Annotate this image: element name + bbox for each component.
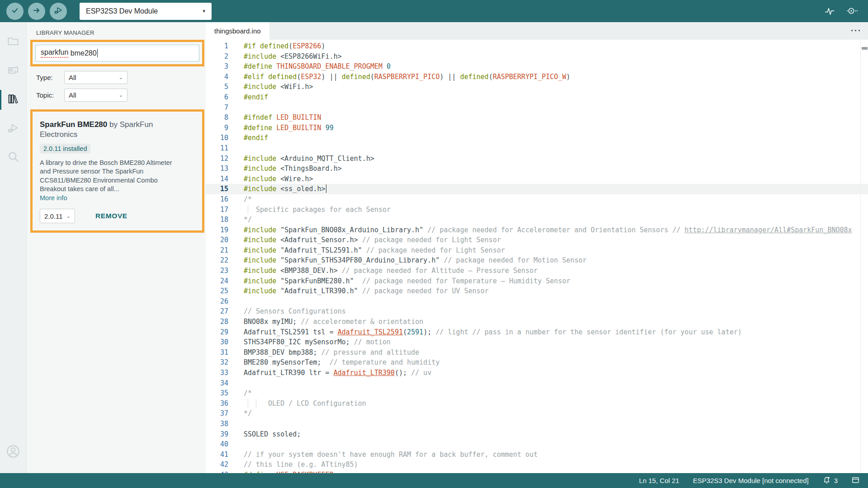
code-line[interactable]: 35/*: [206, 388, 868, 399]
code-line[interactable]: 5#include <WiFi.h>: [206, 82, 868, 92]
upload-button[interactable]: [28, 3, 45, 20]
topic-filter-select[interactable]: All ⌄: [64, 89, 127, 102]
line-number[interactable]: 20: [206, 235, 228, 245]
line-number[interactable]: 32: [206, 357, 228, 368]
line-number[interactable]: 22: [206, 255, 228, 266]
code-line[interactable]: 27// Sensors Configurations: [206, 306, 868, 317]
code-line[interactable]: 13#include <ThingsBoard.h>: [206, 164, 868, 174]
line-number[interactable]: 38: [206, 419, 228, 429]
line-number[interactable]: 26: [206, 296, 228, 307]
code-line[interactable]: 25#include "Adafruit_LTR390.h" // packag…: [206, 286, 868, 296]
line-number[interactable]: 6: [206, 92, 228, 103]
editor-scrollbar[interactable]: [860, 40, 868, 473]
line-number[interactable]: 16: [206, 194, 228, 205]
code-line[interactable]: 15#include <ss_oled.h>: [206, 184, 868, 194]
tab-thingsboard-ino[interactable]: thingsboard.ino: [206, 22, 269, 40]
code-line[interactable]: 41// if your system doesn't have enough …: [206, 450, 868, 460]
code-line[interactable]: 33Adafruit_LTR390 ltr = Adafruit_LTR390(…: [206, 368, 868, 378]
code-line[interactable]: 38: [206, 419, 868, 429]
board-selector[interactable]: ESP32S3 Dev Module ▾: [80, 3, 212, 20]
line-number[interactable]: 28: [206, 317, 228, 327]
line-number[interactable]: 9: [206, 123, 228, 133]
line-number[interactable]: 39: [206, 429, 228, 440]
line-number[interactable]: 4: [206, 72, 228, 82]
line-number[interactable]: 33: [206, 368, 228, 378]
code-line[interactable]: 42// this line (e.g. ATtiny85): [206, 460, 868, 470]
line-number[interactable]: 31: [206, 347, 228, 358]
code-line[interactable]: 32BME280 mySensorTem; // temperature and…: [206, 357, 868, 368]
code-line[interactable]: 8#ifndef LED_BUILTIN: [206, 113, 868, 123]
sidebar-item-search[interactable]: [0, 143, 26, 172]
line-number[interactable]: 42: [206, 460, 228, 470]
code-line[interactable]: 43#define USE_BACKBUFFER: [206, 470, 868, 473]
sidebar-item-boards-manager[interactable]: [0, 56, 26, 85]
line-number[interactable]: 13: [206, 164, 228, 174]
line-number[interactable]: 37: [206, 408, 228, 419]
verify-button[interactable]: [6, 3, 24, 20]
code-line[interactable]: 11: [206, 143, 868, 154]
code-line[interactable]: 6#endif: [206, 92, 868, 103]
line-number[interactable]: 5: [206, 82, 228, 92]
code-line[interactable]: 2#include <ESP8266WiFi.h>: [206, 52, 868, 62]
code-line[interactable]: 24#include "SparkFunBME280.h" // package…: [206, 276, 868, 286]
line-number[interactable]: 3: [206, 61, 228, 72]
line-number[interactable]: 19: [206, 225, 228, 235]
line-number[interactable]: 7: [206, 103, 228, 113]
line-number[interactable]: 21: [206, 245, 228, 256]
code-line[interactable]: 30STHS34PF80_I2C mySensorMo; // motion: [206, 337, 868, 347]
code-line[interactable]: 22#include "SparkFun_STHS34PF80_Arduino_…: [206, 255, 868, 266]
code-line[interactable]: 10#endif: [206, 133, 868, 143]
toggle-panel-button[interactable]: [851, 476, 860, 486]
serial-monitor-icon[interactable]: [845, 5, 858, 17]
line-number[interactable]: 2: [206, 52, 228, 62]
line-number[interactable]: 43: [206, 470, 228, 473]
line-number[interactable]: 12: [206, 154, 228, 164]
line-number[interactable]: 25: [206, 286, 228, 296]
code-line[interactable]: 21#include "Adafruit_TSL2591.h" // packa…: [206, 245, 868, 256]
code-line[interactable]: 29Adafruit_TSL2591 tsl = Adafruit_TSL259…: [206, 327, 868, 338]
line-number[interactable]: 14: [206, 174, 228, 184]
code-line[interactable]: 28BNO08x myIMU; // accelerometer & orien…: [206, 317, 868, 327]
debug-button[interactable]: [50, 3, 67, 20]
code-line[interactable]: 20#include <Adafruit_Sensor.h> // packag…: [206, 235, 868, 245]
notifications-button[interactable]: 3: [822, 476, 838, 486]
line-number[interactable]: 23: [206, 266, 228, 276]
line-number[interactable]: 36: [206, 399, 228, 409]
code-line[interactable]: 1#if defined(ESP8266): [206, 41, 868, 52]
sidebar-item-debug[interactable]: [0, 114, 26, 143]
code-line[interactable]: 39SSOLED ssoled;: [206, 429, 868, 440]
sidebar-item-sketchbook[interactable]: [0, 28, 26, 56]
account-button[interactable]: [0, 438, 26, 467]
scrollbar-thumb[interactable]: [862, 47, 868, 50]
code-line[interactable]: 17 Specific packages for each Sensor: [206, 205, 868, 215]
line-number[interactable]: 35: [206, 388, 228, 399]
more-info-link[interactable]: More info: [40, 194, 196, 202]
remove-button[interactable]: REMOVE: [95, 212, 127, 220]
code-line[interactable]: 31BMP388_DEV bmp388; // pressure and alt…: [206, 347, 868, 358]
code-line[interactable]: 19#include "SparkFun_BNO08x_Arduino_Libr…: [206, 225, 868, 235]
code-line[interactable]: 3#define THINGSBOARD_ENABLE_PROGMEM 0: [206, 61, 868, 72]
code-line[interactable]: 12#include <Arduino_MQTT_Client.h>: [206, 154, 868, 164]
line-number[interactable]: 29: [206, 327, 228, 338]
code-line[interactable]: 37*/: [206, 408, 868, 419]
code-line[interactable]: 4#elif defined(ESP32) || defined(RASPBER…: [206, 72, 868, 82]
line-number[interactable]: 1: [206, 41, 228, 52]
line-number[interactable]: 30: [206, 337, 228, 347]
type-filter-select[interactable]: All ⌄: [64, 71, 127, 84]
line-number[interactable]: 41: [206, 450, 228, 460]
line-number[interactable]: 27: [206, 306, 228, 317]
code-line[interactable]: 26: [206, 296, 868, 307]
serial-plotter-icon[interactable]: [824, 5, 835, 17]
code-line[interactable]: 34: [206, 378, 868, 389]
line-number[interactable]: 34: [206, 378, 228, 389]
code-line[interactable]: 9#define LED_BUILTIN 99: [206, 123, 868, 133]
line-number[interactable]: 15: [206, 184, 228, 194]
code-line[interactable]: 23#include <BMP388_DEV.h> // package nee…: [206, 266, 868, 276]
line-number[interactable]: 40: [206, 439, 228, 450]
more-actions-icon[interactable]: ···: [851, 26, 862, 36]
library-search-input[interactable]: sparkfun bme280: [35, 45, 199, 61]
code-line[interactable]: 7: [206, 103, 868, 113]
status-board[interactable]: ESP32S3 Dev Module [not connected]: [693, 477, 809, 484]
code-line[interactable]: 18*/: [206, 215, 868, 225]
line-number[interactable]: 10: [206, 133, 228, 143]
